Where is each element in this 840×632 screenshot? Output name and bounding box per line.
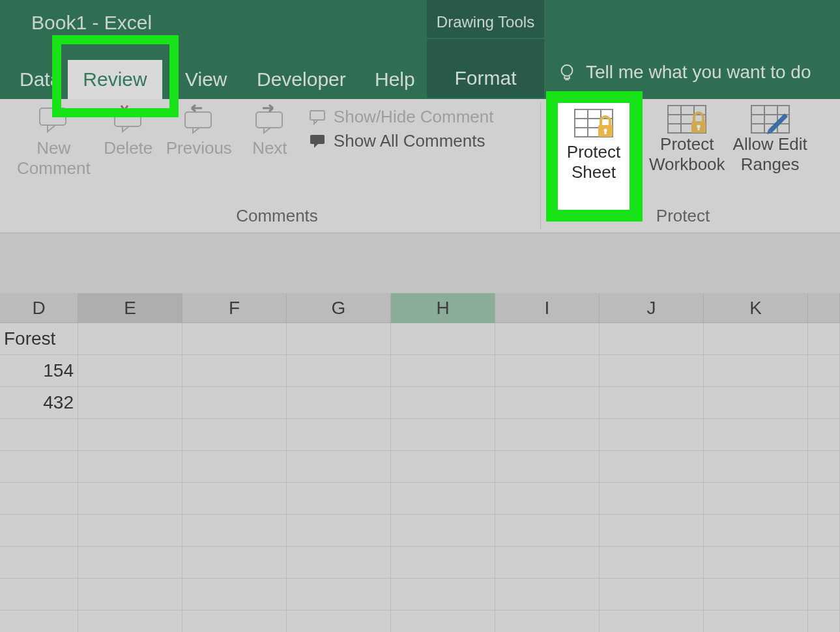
cell-D7[interactable]: [0, 515, 78, 547]
cell-F5[interactable]: [182, 451, 287, 483]
cell-J8[interactable]: [600, 547, 704, 579]
cell-H2[interactable]: [391, 355, 495, 387]
cell-L2[interactable]: [808, 355, 840, 387]
cell-J4[interactable]: [600, 419, 704, 451]
cell-J3[interactable]: [600, 387, 704, 419]
cell-K2[interactable]: [704, 355, 808, 387]
cell-F4[interactable]: [182, 419, 287, 451]
cell-K7[interactable]: [704, 515, 808, 547]
cell-H6[interactable]: [391, 483, 495, 515]
cell-H4[interactable]: [391, 419, 495, 451]
cell-E2[interactable]: [78, 355, 182, 387]
cell-H7[interactable]: [391, 515, 495, 547]
cell-E8[interactable]: [78, 547, 182, 579]
cell-I9[interactable]: [495, 579, 600, 610]
cell-K6[interactable]: [704, 483, 808, 515]
cell-J9[interactable]: [600, 579, 704, 610]
cell-I4[interactable]: [495, 419, 600, 451]
cell-L6[interactable]: [808, 483, 840, 515]
cell-F7[interactable]: [182, 515, 287, 547]
cell-G6[interactable]: [287, 483, 391, 515]
cell-I5[interactable]: [495, 451, 600, 483]
cell-K10[interactable]: [704, 610, 808, 632]
cell-F3[interactable]: [182, 387, 287, 419]
cell-G4[interactable]: [287, 419, 391, 451]
cell-K1[interactable]: [704, 323, 808, 355]
cell-D3[interactable]: 432: [0, 387, 78, 419]
cell-K9[interactable]: [704, 579, 808, 610]
cell-D2[interactable]: 154: [0, 355, 78, 387]
next-comment-button[interactable]: Next: [240, 104, 300, 158]
column-header-E[interactable]: E: [78, 293, 182, 323]
cell-J10[interactable]: [600, 610, 704, 632]
cell-I10[interactable]: [495, 610, 600, 632]
column-header-H[interactable]: H: [391, 293, 495, 323]
protect-sheet-button[interactable]: Protect Sheet: [558, 103, 630, 210]
tab-view[interactable]: View: [177, 60, 235, 99]
column-header-J[interactable]: J: [600, 293, 704, 323]
cell-D5[interactable]: [0, 451, 78, 483]
cell-L5[interactable]: [808, 451, 840, 483]
cell-G3[interactable]: [287, 387, 391, 419]
cell-E10[interactable]: [78, 610, 182, 632]
tab-format[interactable]: Format: [427, 39, 544, 98]
cell-G2[interactable]: [287, 355, 391, 387]
cell-G10[interactable]: [287, 610, 391, 632]
tab-review[interactable]: Review: [68, 60, 162, 99]
show-all-comments-button[interactable]: Show All Comments: [309, 131, 494, 151]
cell-J5[interactable]: [600, 451, 704, 483]
cell-E7[interactable]: [78, 515, 182, 547]
cell-J1[interactable]: [600, 323, 704, 355]
tab-help[interactable]: Help: [367, 60, 423, 99]
cell-D1[interactable]: Forest: [0, 323, 78, 355]
cell-L8[interactable]: [808, 547, 840, 579]
cell-L9[interactable]: [808, 579, 840, 610]
cell-H9[interactable]: [391, 579, 495, 610]
cell-L1[interactable]: [808, 323, 840, 355]
cell-D4[interactable]: [0, 419, 78, 451]
column-header-K[interactable]: K: [704, 293, 808, 323]
cell-L10[interactable]: [808, 610, 840, 632]
cell-J7[interactable]: [600, 515, 704, 547]
new-comment-button[interactable]: New Comment: [17, 104, 91, 179]
show-hide-comment-button[interactable]: Show/Hide Comment: [309, 107, 494, 127]
cell-K8[interactable]: [704, 547, 808, 579]
cell-D9[interactable]: [0, 579, 78, 610]
cell-I3[interactable]: [495, 387, 600, 419]
column-header-D[interactable]: D: [0, 293, 78, 323]
cell-G1[interactable]: [287, 323, 391, 355]
delete-comment-button[interactable]: Delete: [98, 104, 158, 158]
cell-L4[interactable]: [808, 419, 840, 451]
cell-G9[interactable]: [287, 579, 391, 610]
cell-L7[interactable]: [808, 515, 840, 547]
cell-H1[interactable]: [391, 323, 495, 355]
cell-K3[interactable]: [704, 387, 808, 419]
cell-E4[interactable]: [78, 419, 182, 451]
cell-I1[interactable]: [495, 323, 600, 355]
cell-H3[interactable]: [391, 387, 495, 419]
column-header-I[interactable]: I: [495, 293, 600, 323]
cell-J2[interactable]: [600, 355, 704, 387]
tab-data[interactable]: Data: [12, 60, 68, 99]
cell-F10[interactable]: [182, 610, 287, 632]
cell-I8[interactable]: [495, 547, 600, 579]
cell-K5[interactable]: [704, 451, 808, 483]
cell-E3[interactable]: [78, 387, 182, 419]
cell-F1[interactable]: [182, 323, 287, 355]
cell-F2[interactable]: [182, 355, 287, 387]
column-header-next[interactable]: [808, 293, 840, 323]
cell-H8[interactable]: [391, 547, 495, 579]
cell-I7[interactable]: [495, 515, 600, 547]
cell-E6[interactable]: [78, 483, 182, 515]
cell-D6[interactable]: [0, 483, 78, 515]
cell-J6[interactable]: [600, 483, 704, 515]
column-header-F[interactable]: F: [182, 293, 287, 323]
cell-I2[interactable]: [495, 355, 600, 387]
allow-edit-ranges-button[interactable]: Allow Edit Ranges: [733, 104, 807, 175]
cell-G8[interactable]: [287, 547, 391, 579]
cell-E5[interactable]: [78, 451, 182, 483]
cell-K4[interactable]: [704, 419, 808, 451]
cell-I6[interactable]: [495, 483, 600, 515]
cell-E1[interactable]: [78, 323, 182, 355]
cell-G5[interactable]: [287, 451, 391, 483]
